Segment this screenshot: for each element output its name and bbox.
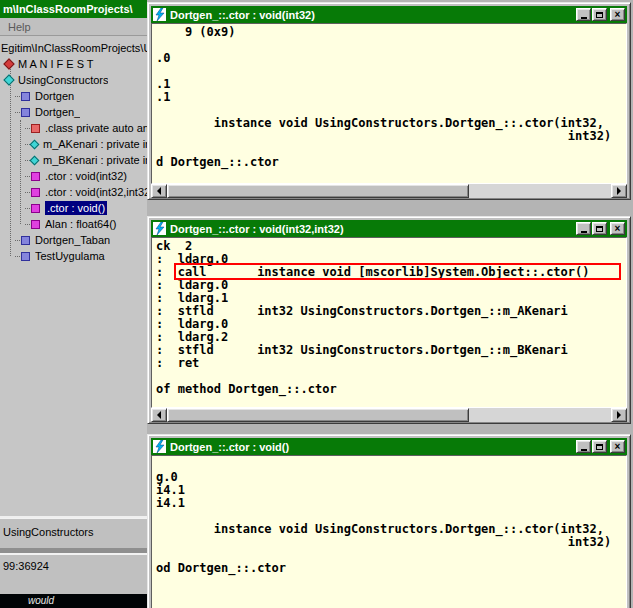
tree-item-alan[interactable]: Alan : float64(): [0, 216, 147, 232]
horizontal-scrollbar[interactable]: [151, 184, 627, 198]
il-code-text: 9 (0x9) .0 .1 .1 instance void UsingCons…: [152, 24, 626, 169]
class-icon: [21, 92, 30, 101]
method-icon: [31, 172, 40, 181]
taskbar-text: would: [28, 595, 54, 606]
status-text: 99:36924: [3, 560, 49, 572]
tree-item-label: Alan : float64(): [45, 218, 117, 230]
tree-item-label: Dortgen_: [35, 106, 80, 118]
tree-item-label: .ctor : void(int32,int32): [45, 186, 147, 198]
tree-item-manifest[interactable]: M A N I F E S T: [0, 56, 147, 72]
ildasm-bolt-icon: [153, 222, 166, 235]
metadata-tree: Egitim\InClassRoomProjects\U M A N I F E…: [0, 36, 147, 516]
tree-item-label: m_AKenari : private int: [43, 138, 147, 150]
window-title: Dortgen_::.ctor : void(int32,int32): [170, 223, 575, 235]
window-titlebar[interactable]: Dortgen_::.ctor : void(int32) ×: [151, 6, 627, 23]
namespace-icon: [3, 74, 14, 85]
class-icon: [21, 108, 30, 117]
tree-item-class-dortgen[interactable]: Dortgen: [0, 88, 147, 104]
taskbar[interactable]: would: [0, 594, 147, 608]
scroll-right-button[interactable]: [611, 408, 627, 422]
scrollbar-track[interactable]: [167, 408, 611, 422]
scroll-right-button[interactable]: [611, 184, 627, 198]
menu-bar: Help: [0, 18, 147, 36]
tree-item-label: Dortgen: [35, 90, 74, 102]
ildasm-main-window: m\InClassRoomProjects\ Help Egitim\InCla…: [0, 0, 147, 608]
method-icon: [31, 188, 40, 197]
tree-connector: [25, 192, 30, 193]
maximize-button[interactable]: [592, 440, 607, 453]
maximize-button[interactable]: [592, 8, 607, 21]
il-code-text: g.0 i4.1 i4.1 instance void UsingConstru…: [152, 456, 626, 575]
window-titlebar[interactable]: Dortgen_::.ctor : void() ×: [151, 438, 627, 455]
field-icon: [30, 139, 40, 149]
tree-connector: [15, 112, 20, 113]
tree-item-class-dortgen_[interactable]: Dortgen_: [0, 104, 147, 120]
minimize-button[interactable]: [576, 440, 591, 453]
tree-item-label: M A N I F E S T: [18, 58, 94, 70]
menu-item-help[interactable]: Help: [8, 21, 31, 33]
tree-item-ctor-int32[interactable]: .ctor : void(int32): [0, 168, 147, 184]
tree-item-label: UsingConstructors: [18, 74, 108, 86]
minimize-button[interactable]: [576, 8, 591, 21]
class-icon: [21, 236, 30, 245]
maximize-button[interactable]: [592, 222, 607, 235]
close-button[interactable]: ×: [610, 8, 625, 21]
close-button[interactable]: ×: [610, 440, 625, 453]
tree-item-class-testuygulama[interactable]: TestUygulama: [0, 248, 147, 264]
scrollbar-track[interactable]: [167, 184, 611, 198]
field-icon: [30, 155, 40, 165]
tree-item-namespace-usingconstructors[interactable]: UsingConstructors: [0, 72, 147, 88]
tree-item-label-selected: .ctor : void(): [45, 201, 107, 215]
tree-item-label: .ctor : void(int32): [45, 170, 127, 182]
close-button[interactable]: ×: [610, 222, 625, 235]
il-code-text: ck 2 : ldarg.0 : call instance void [msc…: [152, 238, 626, 396]
tree-item-label: m_BKenari : private int: [43, 154, 147, 166]
tree-item-assembly-path[interactable]: Egitim\InClassRoomProjects\U: [0, 36, 147, 56]
tree-item-label: Dortgen_Taban: [35, 234, 110, 246]
il-code-view[interactable]: g.0 i4.1 i4.1 instance void UsingConstru…: [151, 455, 627, 608]
method-icon: [31, 204, 40, 213]
tree-connector: [15, 256, 20, 257]
main-window-titlebar[interactable]: m\InClassRoomProjects\: [0, 0, 147, 18]
scroll-left-button[interactable]: [151, 184, 167, 198]
status-text: UsingConstructors: [3, 526, 93, 538]
window-title: Dortgen_::.ctor : void(): [170, 441, 575, 453]
ildasm-bolt-icon: [153, 440, 166, 453]
tree-connector: [25, 176, 30, 177]
horizontal-scrollbar[interactable]: [151, 408, 627, 422]
il-code-view[interactable]: ck 2 : ldarg.0 : call instance void [msc…: [151, 237, 627, 408]
scrollbar-thumb[interactable]: [167, 184, 469, 198]
tree-item-label: .class private auto ans: [45, 122, 147, 134]
tree-item-class-dortgen-taban[interactable]: Dortgen_Taban: [0, 232, 147, 248]
tree-connector: [15, 96, 20, 97]
tree-connector: [25, 208, 30, 209]
il-code-view[interactable]: 9 (0x9) .0 .1 .1 instance void UsingCons…: [151, 23, 627, 184]
class-icon: [21, 252, 30, 261]
tree-item-field-makenari[interactable]: m_AKenari : private int: [0, 136, 147, 152]
tree-item-field-mbkenari[interactable]: m_BKenari : private int: [0, 152, 147, 168]
manifest-icon: [3, 58, 14, 69]
code-window-ctor-int32-int32: Dortgen_::.ctor : void(int32,int32) × ck…: [147, 216, 631, 424]
window-title: Dortgen_::.ctor : void(int32): [170, 9, 575, 21]
method-icon: [31, 220, 40, 229]
tree-connector: [25, 128, 30, 129]
tree-item-classinfo[interactable]: .class private auto ans: [0, 120, 147, 136]
main-window-title: m\InClassRoomProjects\: [3, 3, 133, 15]
tree-item-label: Egitim\InClassRoomProjects\U: [1, 42, 147, 54]
code-window-ctor-int32: Dortgen_::.ctor : void(int32) × 9 (0x9) …: [147, 2, 631, 200]
classinfo-icon: [31, 124, 40, 133]
window-titlebar[interactable]: Dortgen_::.ctor : void(int32,int32) ×: [151, 220, 627, 237]
scroll-left-button[interactable]: [151, 408, 167, 422]
status-panel-size: 99:36924: [0, 553, 147, 594]
tree-connector: [25, 224, 30, 225]
minimize-button[interactable]: [576, 222, 591, 235]
code-window-ctor-void: Dortgen_::.ctor : void() × g.0 i4.1 i4.1…: [147, 434, 631, 608]
tree-item-ctor-void-selected[interactable]: .ctor : void(): [0, 200, 147, 216]
tree-item-label: TestUygulama: [35, 250, 105, 262]
tree-connector: [15, 240, 20, 241]
status-panel-namespace: UsingConstructors: [0, 518, 147, 548]
scrollbar-thumb[interactable]: [167, 408, 469, 422]
tree-item-ctor-int32-int32[interactable]: .ctor : void(int32,int32): [0, 184, 147, 200]
ildasm-bolt-icon: [153, 8, 166, 21]
